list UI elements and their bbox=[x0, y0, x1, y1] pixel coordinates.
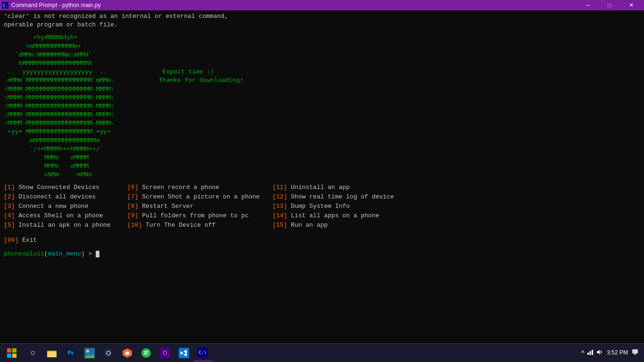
svg-rect-7 bbox=[47, 352, 57, 357]
menu-item-8: [8] Restart Server bbox=[127, 202, 272, 211]
taskbar-search[interactable]: ○ bbox=[24, 345, 42, 362]
menu-col-2: [6] Screen record a phone [7] Screen Sho… bbox=[127, 183, 272, 230]
tray-notification[interactable] bbox=[632, 349, 638, 357]
title-bar: C:\ Command Prompt - python main.py ─ □ … bbox=[0, 0, 644, 10]
menu-item-12: [12] Show real time log of device bbox=[272, 192, 640, 202]
window-title: Command Prompt - python main.py bbox=[11, 2, 100, 8]
svg-rect-2 bbox=[7, 348, 11, 353]
menu-col-1: [1] Show Connected Devices [2] Disconect… bbox=[4, 183, 127, 230]
maximize-button[interactable]: □ bbox=[599, 0, 620, 10]
tray-chevron[interactable]: ^ bbox=[581, 349, 585, 357]
cursor bbox=[96, 251, 99, 257]
svg-rect-5 bbox=[12, 354, 17, 358]
svg-point-18 bbox=[141, 348, 151, 358]
title-bar-left: C:\ Command Prompt - python main.py bbox=[2, 2, 100, 8]
taskbar-brave[interactable] bbox=[118, 345, 137, 362]
taskbar-vscode[interactable] bbox=[174, 345, 193, 362]
svg-rect-22 bbox=[592, 350, 593, 355]
taskbar: ○ Ps bbox=[0, 343, 644, 362]
menu-item-1: [1] Show Connected Devices bbox=[4, 183, 127, 192]
exit-item: [99] Exit bbox=[4, 236, 640, 245]
clock-time: 3:52 PM bbox=[607, 349, 628, 357]
prompt-open-paren: ( bbox=[44, 250, 48, 257]
menu-item-10: [10] Turn The Device off bbox=[127, 221, 272, 230]
menu-item-2: [2] Disconect all devices bbox=[4, 192, 127, 202]
svg-rect-21 bbox=[590, 351, 591, 355]
cmd-icon: C:\ bbox=[2, 2, 8, 8]
svg-rect-4 bbox=[7, 354, 11, 358]
taskbar-steam[interactable] bbox=[99, 345, 118, 362]
svg-rect-24 bbox=[632, 349, 638, 354]
svg-rect-8 bbox=[47, 351, 51, 352]
taskbar-file-explorer[interactable] bbox=[42, 345, 61, 362]
ascii-section: +hydNNNNdyh+ +mMMMMMMMMMMMm+ `dMMm:NMMMM… bbox=[4, 33, 640, 179]
menu-item-9: [9] Pull folders from phone to pc bbox=[127, 211, 272, 221]
prompt-location: main_menu bbox=[48, 250, 81, 257]
window-controls: ─ □ ✕ bbox=[577, 0, 642, 10]
svg-rect-20 bbox=[587, 353, 589, 355]
svg-text:C:\: C:\ bbox=[3, 3, 8, 8]
tray-icons: ^ bbox=[581, 349, 603, 357]
svg-marker-23 bbox=[597, 350, 600, 354]
prompt-arrow: > bbox=[85, 250, 96, 257]
menu-item-13: [13] Dump System Info bbox=[272, 202, 640, 211]
svg-marker-25 bbox=[634, 354, 636, 355]
menu-item-6: [6] Screen record a phone bbox=[127, 183, 272, 192]
ascii-art: +hydNNNNdyh+ +mMMMMMMMMMMMm+ `dMMm:NMMMM… bbox=[4, 33, 244, 179]
menu-section: [1] Show Connected Devices [2] Disconect… bbox=[4, 183, 640, 230]
taskbar-clock[interactable]: 3:52 PM bbox=[607, 349, 628, 357]
taskbar-game[interactable]: ⬡ bbox=[156, 345, 174, 362]
menu-row: [1] Show Connected Devices [2] Disconect… bbox=[4, 183, 640, 230]
menu-item-3: [3] Connect a new phone bbox=[4, 202, 127, 211]
exit-section: [99] Exit bbox=[4, 236, 640, 245]
prompt-close-paren: ) bbox=[81, 250, 85, 257]
svg-point-14 bbox=[107, 352, 110, 354]
error-line-1: 'clear' is not recognized as an internal… bbox=[4, 12, 640, 21]
taskbar-photoshop[interactable]: Ps bbox=[61, 345, 80, 362]
menu-item-5: [5] Install an apk on a phone bbox=[4, 221, 127, 230]
prompt-line: phonesploit(main_menu) > bbox=[4, 250, 640, 258]
tray-volume[interactable] bbox=[596, 349, 603, 357]
svg-rect-3 bbox=[12, 348, 17, 353]
menu-item-11: [11] Uninstall an app bbox=[272, 183, 640, 192]
taskbar-spotify[interactable] bbox=[137, 345, 156, 362]
svg-point-10 bbox=[86, 350, 89, 353]
error-line-2: operable program or batch file. bbox=[4, 21, 640, 29]
prompt-name: phonesploit bbox=[4, 250, 44, 257]
tray-network[interactable] bbox=[587, 349, 594, 357]
taskbar-terminal-app[interactable]: C:\ bbox=[193, 345, 212, 362]
svg-rect-19 bbox=[179, 348, 189, 358]
minimize-button[interactable]: ─ bbox=[577, 0, 599, 10]
taskbar-image-viewer[interactable] bbox=[80, 345, 99, 362]
close-button[interactable]: ✕ bbox=[620, 0, 642, 10]
menu-item-4: [4] Access Shell on a phone bbox=[4, 211, 127, 221]
menu-col-3: [11] Uninstall an app [12] Show real tim… bbox=[272, 183, 640, 230]
terminal-window: 'clear' is not recognized as an internal… bbox=[0, 10, 644, 343]
start-button[interactable] bbox=[0, 344, 24, 362]
menu-item-15: [15] Run an app bbox=[272, 221, 640, 230]
menu-item-14: [14] List all apps on a phone bbox=[272, 211, 640, 221]
taskbar-tray: ^ 3:52 PM bbox=[581, 349, 644, 357]
menu-item-7: [7] Screen Shot a picture on a phone bbox=[127, 192, 272, 202]
